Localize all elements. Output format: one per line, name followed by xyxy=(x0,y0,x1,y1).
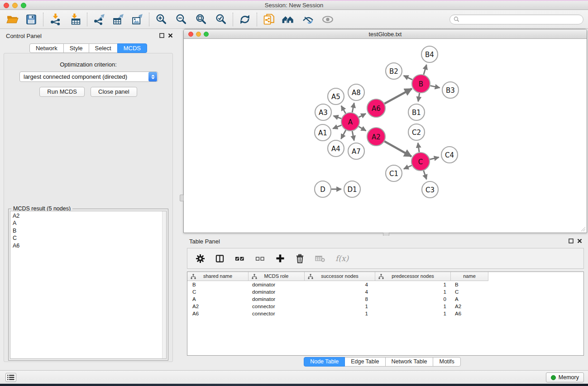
mcds-result-list[interactable]: A2ABCA6 xyxy=(10,211,167,359)
close-panel-button[interactable]: Close panel xyxy=(91,87,137,97)
graph-node-B1[interactable]: B1 xyxy=(408,104,425,120)
zoom-out-button[interactable] xyxy=(173,12,189,27)
graph-edge-A-A4[interactable] xyxy=(341,130,346,139)
open-session-file-button[interactable] xyxy=(261,12,277,27)
graph-edge-A-A6[interactable] xyxy=(359,114,366,117)
close-table-panel-icon[interactable] xyxy=(577,238,582,243)
table-settings-button[interactable] xyxy=(196,254,205,263)
network-window-titlebar[interactable]: testGlobe.txt xyxy=(184,29,587,39)
graph-edge-C-C2[interactable] xyxy=(418,143,419,152)
panel-divider-handle[interactable] xyxy=(180,195,184,201)
table-row[interactable]: A2connector11A2 xyxy=(187,303,583,310)
select-all-columns-button[interactable] xyxy=(234,253,245,264)
task-history-button[interactable] xyxy=(5,373,16,382)
export-table-button[interactable] xyxy=(110,12,126,27)
run-mcds-button[interactable]: Run MCDS xyxy=(39,87,85,97)
show-hide-graphics-button[interactable] xyxy=(320,12,335,27)
column-header-successor-nodes[interactable]: successor nodes xyxy=(305,272,375,281)
graph-node-A3[interactable]: A3 xyxy=(315,104,331,120)
graph-node-C1[interactable]: C1 xyxy=(386,165,402,181)
import-table-button[interactable] xyxy=(67,12,83,27)
memory-button[interactable]: Memory xyxy=(546,372,584,382)
tab-style[interactable]: Style xyxy=(63,43,89,53)
refresh-button[interactable] xyxy=(237,12,253,27)
graph-edge-A2-C[interactable] xyxy=(384,141,411,156)
birds-eye-view-button[interactable] xyxy=(300,12,316,27)
graph-edge-B-B1[interactable] xyxy=(418,93,420,102)
import-network-button[interactable] xyxy=(48,12,63,27)
search-box[interactable] xyxy=(449,14,583,24)
graph-node-A[interactable]: A xyxy=(341,113,359,131)
graph-node-D[interactable]: D xyxy=(315,181,331,197)
zoom-fit-button[interactable] xyxy=(193,12,209,27)
graph-edge-C-C1[interactable] xyxy=(404,166,412,169)
float-table-panel-icon[interactable] xyxy=(569,238,574,243)
graph-node-C4[interactable]: C4 xyxy=(441,147,458,163)
graph-node-C3[interactable]: C3 xyxy=(422,181,438,198)
float-panel-icon[interactable] xyxy=(159,33,164,38)
graph-node-C2[interactable]: C2 xyxy=(408,124,425,140)
graph-edge-A-A5[interactable] xyxy=(341,106,346,114)
graph-edge-A6-B[interactable] xyxy=(384,89,411,104)
add-column-button[interactable] xyxy=(275,253,285,263)
graph-node-A6[interactable]: A6 xyxy=(367,99,385,117)
graph-edge-A-A7[interactable] xyxy=(352,131,354,141)
criterion-dropdown[interactable]: largest connected component (directed) xyxy=(19,71,158,82)
home-button[interactable] xyxy=(280,12,296,27)
export-network-button[interactable] xyxy=(91,12,107,27)
table-row[interactable]: Cdominator41C xyxy=(187,288,583,295)
column-header-predecessor-nodes[interactable]: predecessor nodes xyxy=(375,272,451,281)
graph-node-D1[interactable]: D1 xyxy=(344,181,360,197)
graph-edge-A-A8[interactable] xyxy=(352,103,354,113)
tab-network-table[interactable]: Network Table xyxy=(385,357,434,367)
zoom-in-button[interactable] xyxy=(153,12,169,27)
graph-node-B[interactable]: B xyxy=(412,75,430,93)
show-column-button[interactable] xyxy=(215,254,225,263)
graph-node-A8[interactable]: A8 xyxy=(348,84,364,100)
tab-motifs[interactable]: Motifs xyxy=(433,357,460,367)
graph-edge-B-B2[interactable] xyxy=(404,76,412,80)
result-item[interactable]: A2 xyxy=(13,212,164,219)
deselect-all-columns-button[interactable] xyxy=(255,253,265,264)
graph-node-B4[interactable]: B4 xyxy=(421,46,438,62)
delete-table-button[interactable] xyxy=(315,253,325,264)
table-row[interactable]: Adominator80A xyxy=(187,295,583,303)
export-image-button[interactable] xyxy=(129,12,145,27)
tab-mcds[interactable]: MCDS xyxy=(117,43,147,53)
search-input[interactable] xyxy=(462,16,579,23)
zoom-selected-button[interactable] xyxy=(213,12,229,27)
graph-node-A7[interactable]: A7 xyxy=(348,143,364,159)
delete-column-button[interactable] xyxy=(295,254,305,263)
function-builder-button[interactable]: f(x) xyxy=(335,254,349,263)
result-item[interactable]: A xyxy=(13,219,164,227)
graph-node-B2[interactable]: B2 xyxy=(386,63,402,79)
result-item[interactable]: C xyxy=(13,234,164,242)
tab-select[interactable]: Select xyxy=(89,43,118,53)
result-item[interactable]: B xyxy=(13,227,164,234)
graph-node-A4[interactable]: A4 xyxy=(328,140,344,157)
save-session-button[interactable] xyxy=(24,12,39,27)
tab-network[interactable]: Network xyxy=(29,43,64,53)
network-graph[interactable]: AA1A2A3A4A5A6A7A8BB1B2B3B4CC1C2C3C4DD1 xyxy=(184,39,586,232)
result-item[interactable]: A6 xyxy=(13,242,164,249)
graph-edge-A-A3[interactable] xyxy=(334,116,342,119)
network-canvas[interactable]: AA1A2A3A4A5A6A7A8BB1B2B3B4CC1C2C3C4DD1 xyxy=(184,39,586,232)
open-file-button[interactable] xyxy=(5,12,20,27)
graph-node-A5[interactable]: A5 xyxy=(328,88,344,105)
table-row[interactable]: Bdominator41B xyxy=(187,281,583,288)
graph-edge-A-A2[interactable] xyxy=(359,127,366,131)
close-panel-icon[interactable] xyxy=(168,33,173,38)
result-scrollbar[interactable] xyxy=(162,211,166,358)
table-row[interactable]: A6connector11A6 xyxy=(187,310,583,317)
graph-edge-C-C4[interactable] xyxy=(430,157,439,160)
column-header-shared-name[interactable]: shared name xyxy=(187,272,249,281)
column-header-name[interactable]: name xyxy=(451,272,488,281)
graph-node-B3[interactable]: B3 xyxy=(442,82,459,98)
tab-edge-table[interactable]: Edge Table xyxy=(344,357,385,367)
tab-node-table[interactable]: Node Table xyxy=(304,357,345,367)
column-header-MCDS-role[interactable]: MCDS role xyxy=(249,272,305,281)
graph-edge-B-B4[interactable] xyxy=(424,65,426,75)
graph-edge-C-C3[interactable] xyxy=(424,171,427,179)
graph-edge-A-A1[interactable] xyxy=(333,125,341,129)
resize-grip-icon[interactable] xyxy=(579,225,586,232)
